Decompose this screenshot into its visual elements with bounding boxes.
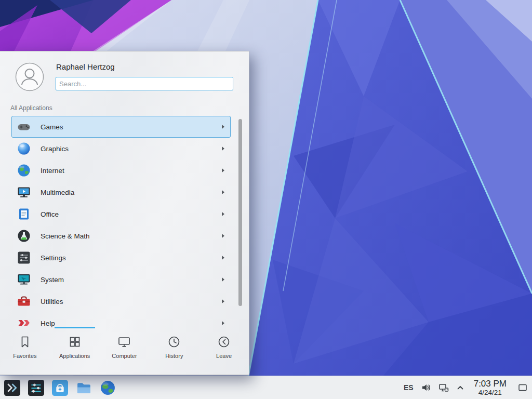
chevron-right-icon: [222, 212, 224, 216]
category-help[interactable]: Help: [11, 312, 231, 328]
multimedia-icon: [17, 185, 31, 200]
system-tray: ES 7:03 PM 4/24/21: [404, 376, 532, 399]
category-label: Internet: [41, 167, 64, 175]
file-manager-icon: [76, 380, 92, 396]
category-graphics[interactable]: Graphics: [11, 138, 231, 159]
science-icon: [17, 229, 31, 243]
speaker-icon: [421, 382, 431, 393]
category-label: Science & Math: [41, 232, 90, 240]
category-label: Help: [41, 320, 55, 327]
chevron-right-icon: [222, 299, 224, 303]
launcher-tabbar: Favorites Applications Computer History …: [0, 327, 249, 375]
tray-expander-button[interactable]: [456, 383, 464, 392]
category-system[interactable]: System: [11, 269, 231, 290]
application-launcher-menu: Raphael Hertzog All Applications Games G…: [0, 51, 249, 375]
search-input[interactable]: [56, 77, 233, 90]
show-desktop-icon: [517, 382, 528, 393]
bookmark-icon: [18, 335, 32, 349]
file-manager-button[interactable]: [76, 380, 92, 396]
settings-icon: [17, 250, 31, 265]
network-button[interactable]: [438, 382, 449, 393]
category-office[interactable]: Office: [11, 203, 231, 225]
web-browser-icon: [100, 380, 116, 396]
monitor-icon: [117, 335, 131, 349]
discover-icon: [52, 380, 68, 396]
tab-label: Computer: [112, 353, 137, 359]
system-icon: [17, 272, 31, 287]
chevron-right-icon: [222, 147, 224, 151]
user-name: Raphael Hertzog: [56, 62, 115, 71]
user-avatar[interactable]: [15, 62, 44, 91]
category-multimedia[interactable]: Multimedia: [11, 181, 231, 203]
office-icon: [17, 207, 31, 221]
chevron-right-icon: [222, 125, 224, 129]
games-icon: [17, 119, 31, 134]
keyboard-layout-indicator[interactable]: ES: [404, 383, 414, 392]
web-browser-button[interactable]: [100, 380, 116, 396]
category-settings[interactable]: Settings: [11, 247, 231, 269]
graphics-icon: [17, 141, 31, 156]
app-launcher-button[interactable]: [4, 380, 20, 396]
category-games[interactable]: Games: [11, 116, 231, 138]
category-utilities[interactable]: Utilities: [11, 290, 231, 312]
wired-network-icon: [438, 382, 449, 393]
chevron-right-icon: [222, 321, 224, 325]
category-label: Games: [41, 123, 63, 131]
tab-label: Applications: [59, 353, 90, 359]
category-label: Office: [41, 210, 59, 218]
tab-computer[interactable]: Computer: [100, 327, 150, 375]
discover-button[interactable]: [52, 380, 68, 396]
chevron-right-icon: [222, 277, 224, 282]
chevron-right-icon: [222, 256, 224, 260]
mixer-settings-button[interactable]: [28, 380, 44, 396]
category-label: Multimedia: [41, 189, 74, 196]
tab-favorites[interactable]: Favorites: [0, 327, 50, 375]
category-list: Games Graphics Internet Multimedia Offic…: [0, 116, 249, 328]
category-label: Settings: [41, 254, 66, 262]
help-icon: [17, 316, 31, 328]
category-label: Graphics: [41, 145, 69, 153]
utilities-icon: [17, 294, 31, 309]
grid-icon: [68, 335, 82, 349]
category-internet[interactable]: Internet: [11, 159, 231, 181]
app-launcher-icon: [4, 380, 20, 396]
chevron-right-icon: [222, 168, 224, 172]
category-label: Utilities: [41, 298, 63, 305]
tab-leave[interactable]: Leave: [199, 327, 249, 375]
leave-icon: [217, 335, 231, 349]
clock-time: 7:03 PM: [474, 379, 507, 389]
digital-clock[interactable]: 7:03 PM 4/24/21: [472, 379, 509, 396]
internet-icon: [17, 163, 31, 178]
show-desktop-button[interactable]: [516, 376, 529, 399]
category-science-math[interactable]: Science & Math: [11, 225, 231, 247]
tab-history[interactable]: History: [149, 327, 199, 375]
tab-applications[interactable]: Applications: [50, 327, 100, 375]
tab-label: Favorites: [13, 353, 36, 359]
tab-label: Leave: [216, 353, 232, 359]
caret-up-icon: [456, 383, 464, 392]
mixer-settings-icon: [28, 380, 44, 396]
volume-button[interactable]: [421, 382, 431, 393]
chevron-right-icon: [222, 190, 224, 194]
tab-label: History: [165, 353, 183, 359]
taskbar: ES 7:03 PM 4/24/21: [0, 376, 532, 399]
section-label: All Applications: [10, 104, 52, 112]
list-scrollbar[interactable]: [238, 119, 242, 306]
category-label: System: [41, 276, 64, 284]
clock-date: 4/24/21: [478, 389, 502, 396]
clock-icon: [167, 335, 181, 349]
chevron-right-icon: [222, 234, 224, 238]
